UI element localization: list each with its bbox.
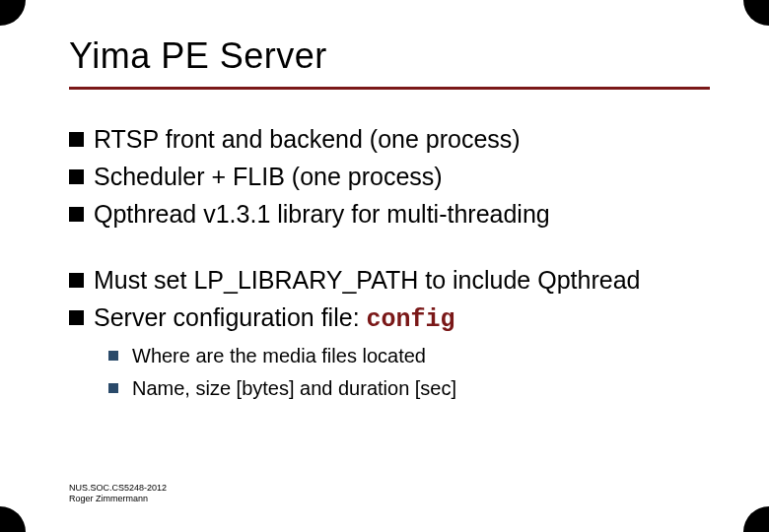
bullet-item: Server configuration file: config [69, 301, 710, 337]
corner-decoration [743, 0, 769, 26]
square-bullet-icon [108, 383, 118, 393]
bullet-item: Qpthread v1.3.1 library for multi-thread… [69, 198, 710, 232]
bullet-text: Name, size [bytes] and duration [sec] [132, 375, 710, 402]
bullet-item: RTSP front and backend (one process) [69, 123, 710, 157]
corner-decoration [743, 506, 769, 532]
bullet-text: Server configuration file: config [94, 301, 710, 337]
square-bullet-icon [69, 310, 84, 325]
square-bullet-icon [108, 351, 118, 361]
square-bullet-icon [69, 207, 84, 222]
bullet-text: Scheduler + FLIB (one process) [94, 161, 710, 194]
square-bullet-icon [69, 132, 84, 147]
bullet-group: RTSP front and backend (one process) Sch… [69, 123, 710, 231]
bullet-text: Where are the media files located [132, 343, 710, 369]
bullet-group: Must set LP_LIBRARY_PATH to include Qpth… [69, 264, 710, 402]
sub-bullet-item: Name, size [bytes] and duration [sec] [108, 375, 710, 402]
bullet-item: Must set LP_LIBRARY_PATH to include Qpth… [69, 264, 710, 298]
code-text: config [367, 305, 455, 334]
bullet-text: Must set LP_LIBRARY_PATH to include Qpth… [94, 264, 710, 298]
square-bullet-icon [69, 169, 84, 184]
slide-content: RTSP front and backend (one process) Sch… [69, 123, 710, 402]
slide-title: Yima PE Server [69, 35, 710, 90]
corner-decoration [0, 0, 26, 26]
corner-decoration [0, 506, 26, 532]
square-bullet-icon [69, 273, 84, 288]
footer-line: Roger Zimmermann [69, 494, 167, 504]
sub-bullet-item: Where are the media files located [108, 343, 710, 369]
bullet-item: Scheduler + FLIB (one process) [69, 161, 710, 194]
bullet-text: Qpthread v1.3.1 library for multi-thread… [94, 198, 710, 232]
footer-line: NUS.SOC.CS5248-2012 [69, 483, 167, 494]
bullet-text-prefix: Server configuration file: [94, 303, 367, 331]
bullet-text: RTSP front and backend (one process) [94, 123, 710, 157]
slide-footer: NUS.SOC.CS5248-2012 Roger Zimmermann [69, 483, 167, 505]
slide: Yima PE Server RTSP front and backend (o… [0, 0, 769, 532]
